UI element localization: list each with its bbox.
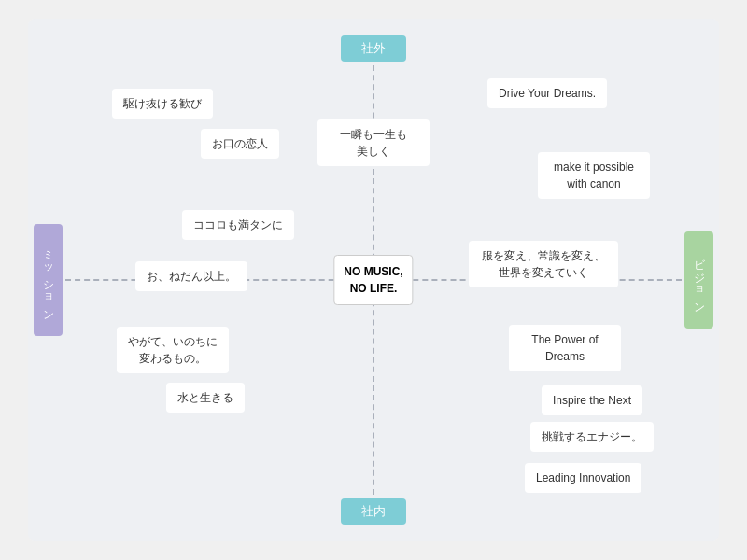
card-c13: 挑戦するエナジー。 bbox=[530, 422, 654, 452]
card-c7: 服を変え、常識を変え、世界を変えていく bbox=[469, 241, 618, 287]
card-c3: 一瞬も一生も美しく bbox=[317, 119, 430, 166]
card-c6: ココロも満タンに bbox=[182, 210, 294, 240]
label-left: ミッション bbox=[34, 224, 63, 336]
card-c1: 駆け抜ける歓び bbox=[112, 89, 213, 119]
label-right: ビジョン bbox=[684, 231, 713, 329]
card-c8: お、ねだん以上。 bbox=[135, 261, 247, 291]
card-c4: Drive Your Dreams. bbox=[487, 78, 607, 108]
label-top: 社外 bbox=[341, 35, 406, 62]
card-c10: The Power ofDreams bbox=[509, 325, 621, 371]
card-c14: Leading Innovation bbox=[525, 463, 641, 493]
card-c5: make it possiblewith canon bbox=[538, 152, 650, 199]
diagram-container: 社外 社内 ミッション ビジョン NO MUSIC, NO LIFE. 駆け抜け… bbox=[28, 19, 719, 541]
card-c2: お口の恋人 bbox=[201, 129, 279, 159]
card-c9: やがて、いのちに変わるもの。 bbox=[117, 327, 229, 373]
label-center: NO MUSIC, NO LIFE. bbox=[333, 255, 413, 305]
label-bottom: 社内 bbox=[341, 498, 406, 525]
card-c11: 水と生きる bbox=[166, 383, 245, 413]
card-c12: Inspire the Next bbox=[542, 385, 642, 415]
